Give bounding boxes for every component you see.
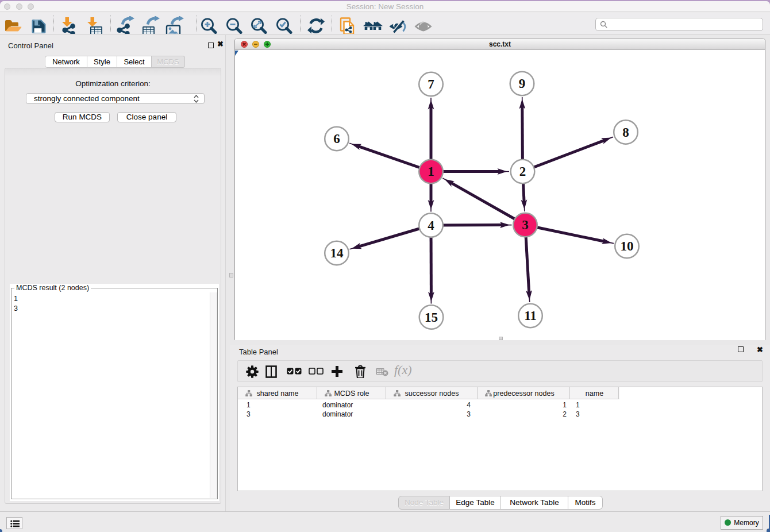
svg-text:8: 8 — [622, 125, 629, 140]
svg-text:4: 4 — [428, 218, 434, 233]
svg-text:9: 9 — [519, 76, 526, 91]
svg-text:11: 11 — [524, 309, 537, 323]
svg-text:10: 10 — [621, 239, 634, 253]
svg-text:2: 2 — [519, 164, 526, 179]
svg-text:3: 3 — [522, 218, 529, 232]
svg-text:6: 6 — [333, 132, 340, 146]
svg-text:15: 15 — [425, 310, 438, 325]
svg-text:7: 7 — [428, 77, 434, 91]
svg-text:1: 1 — [428, 164, 434, 179]
svg-text:14: 14 — [330, 246, 344, 260]
